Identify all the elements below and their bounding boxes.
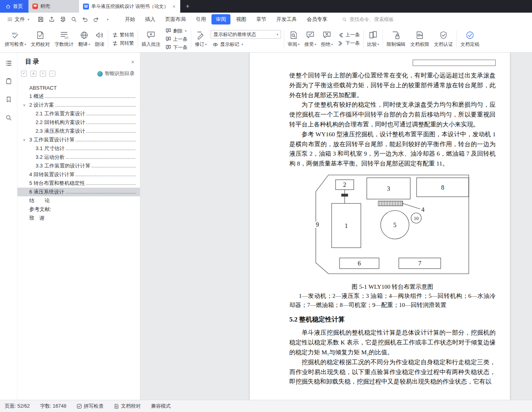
delete-comment-button[interactable]: 删除 ▾ [164,27,189,35]
ai-icon [97,71,103,77]
chevron-down-icon: ▾ [28,18,29,21]
save-button[interactable] [36,15,45,24]
doc-proof-status[interactable]: 文档校对 [114,403,141,410]
next-change-button[interactable]: 下一条 [336,40,361,47]
tab-references[interactable]: 引用 [191,14,210,24]
toc-item-3-3[interactable]: 3.3 工作装置的设计计算 [17,162,140,170]
bookmark-panel-button[interactable] [4,94,14,105]
toc-item-5[interactable]: 5 转台布置和整机稳定性 [17,179,140,188]
toc-item-3-2[interactable]: 3.2 运动分析 [17,153,140,162]
doc-proof-button[interactable]: 文档校对 [28,29,52,49]
toc-collapse-all-button[interactable]: − [49,71,55,77]
paragraph: 参考 WY160 型液压挖掘机，设计整机布置平面图，本设计中，发动机 1 是横向… [289,130,496,169]
insert-comment-button[interactable]: 插入批注 [139,29,163,49]
markup-state-select[interactable]: 显示标记的最终状态 ▾ [211,30,281,39]
toc-item-conclusion[interactable]: 结 论 [17,196,140,205]
spell-check-button[interactable]: abc 拼写检查▾ [2,29,28,49]
review-button[interactable]: 审阅▾ [285,29,302,49]
toc-item-2[interactable]: ∨2 设计方案 [17,101,140,109]
doc-finalize-button[interactable]: 文档定稿 [458,29,482,49]
doc-permission-icon [415,30,424,40]
toc-item-3-1[interactable]: 3.1 尺寸估计 [17,144,140,153]
toc-expand-all-button[interactable]: + [40,71,46,77]
simp-to-trad-button[interactable]: 简转繁 [110,40,136,47]
toc-item-6-selected[interactable]: 6 液压系统设计 [17,188,140,196]
toc-panel: 目录 × ✓ ∧ + − 智能识别目录 ABSTRACT 1 概述 ∨2 设计方… [17,53,140,400]
command-search[interactable]: 查找命令、搜索模板 [342,16,394,23]
chevron-down-icon[interactable]: ∨ [23,103,29,107]
toc-collapse-button[interactable]: ∧ [30,71,36,77]
toc-item-1[interactable]: 1 概述 [17,92,140,101]
tab-start[interactable]: 开始 [121,14,140,24]
export-button[interactable] [47,15,57,24]
read-aloud-button[interactable]: 朗读 [92,29,107,49]
show-markup-button[interactable]: 显示标记 ▾ [211,41,281,48]
toc-item-abstract[interactable]: ABSTRACT [17,83,140,92]
spell-check-status[interactable]: 拼写检查 [77,403,104,410]
tab-section[interactable]: 章节 [252,14,271,24]
paragraph: 挖掘机的稳定根据工况的不同分为作业稳定自身稳定和行走稳定三类，而作业时易出现失稳… [289,357,496,387]
print-preview-button[interactable] [69,15,79,24]
svg-text:9: 9 [316,221,319,228]
home-tab-label: 首页 [13,3,23,10]
toc-item-2-2[interactable]: 2.2 回转机构方案设计 [17,118,140,127]
tab-page-layout[interactable]: 页面布局 [161,14,190,24]
undo-button[interactable] [80,15,90,24]
restrict-edit-button[interactable]: 限制编辑 [384,29,408,49]
toc-item-references[interactable]: 参考文献: [17,205,140,214]
toc-item-2-1[interactable]: 2.1 工作装置方案设计 [17,109,140,118]
next-comment-button[interactable]: 下一条 [164,44,189,51]
tab-view[interactable]: 视图 [232,14,251,24]
document-tab[interactable]: W 单斗液压挖掘机设计 说明书（论文） × [79,0,180,13]
tab-insert[interactable]: 插入 [141,14,160,24]
quick-access-more-button[interactable]: ▾ [103,15,113,24]
toc-item-2-3[interactable]: 2.3 液压系统方案设计 [17,127,140,135]
translate-icon [80,30,89,40]
tab-review[interactable]: 审阅 [211,14,230,24]
doc-auth-button[interactable]: 文档认证 [432,29,455,49]
page-indicator[interactable]: 页面: 52/62 [5,403,30,410]
toc-select-all-button[interactable]: ✓ [21,71,27,77]
toc-panel-toggle-button[interactable] [4,58,14,68]
tab-member[interactable]: 会员专享 [302,14,332,24]
previous-change-button[interactable]: 上一条 [336,31,361,39]
export-icon [49,16,55,23]
accept-icon [306,30,315,40]
word-count-button[interactable]: 123 字数统计 [52,29,76,49]
print-icon [60,16,66,23]
find-panel-button[interactable] [4,113,14,123]
document-page[interactable]: 使整个回转平台上部的重心位置经常在变化，有时重心远远超过出支承滚盘外面为了平衡这… [250,53,510,400]
search-placeholder: 查找命令、搜索模板 [349,16,394,23]
close-document-icon[interactable]: × [172,4,176,9]
doc-permission-button[interactable]: 文档权限 [408,29,432,49]
docer-tab[interactable]: 稻壳 [28,0,79,13]
styles-panel-button[interactable] [4,76,14,87]
track-changes-button[interactable]: 修订▾ [192,29,209,49]
toc-item-4[interactable]: 4 回转装置设计计算 [17,170,140,179]
compare-button[interactable]: 比较▾ [365,29,381,49]
svg-text:4: 4 [421,206,424,213]
word-count-indicator[interactable]: 字数: 16748 [40,403,66,410]
trad-to-simp-button[interactable]: 繁转简 [110,31,136,39]
reject-button[interactable]: 拒绝▾ [319,29,335,49]
toc-item-3[interactable]: ∨3 工作装置设计计算 [17,135,140,144]
home-tab[interactable]: 首页 [0,0,28,13]
print-button[interactable] [58,15,68,24]
tab-dev-tools[interactable]: 开发工具 [272,14,301,24]
toc-item-acknowledgement[interactable]: 致 谢 [17,214,140,222]
paragraph: 使整个回转平台上部的重心位置经常在变化，有时重心远远超过出支承滚盘外面为了平衡这… [289,71,496,100]
smart-recognize-toc-button[interactable]: 智能识别目录 [97,70,134,77]
chevron-down-icon: ▾ [298,43,300,46]
redo-button[interactable] [91,15,101,24]
review-ribbon: abc 拼写检查▾ 文档校对 123 字数统计 翻译▾ 朗读 繁转简 简转繁 插… [0,26,532,53]
previous-comment-button[interactable]: 上一条 [164,36,189,43]
close-icon[interactable]: × [131,59,134,65]
toc-panel-title: 目录 [25,58,40,66]
accept-button[interactable]: 接受▾ [302,29,319,49]
chevron-down-icon[interactable]: ∨ [23,138,29,142]
chevron-down-icon: ▾ [185,29,187,33]
new-tab-button[interactable]: + [180,0,195,13]
file-menu-button[interactable]: 文件 ▾ [4,14,32,24]
translate-button[interactable]: 翻译▾ [76,29,92,49]
quick-access-toolbar: ▾ [36,15,113,24]
